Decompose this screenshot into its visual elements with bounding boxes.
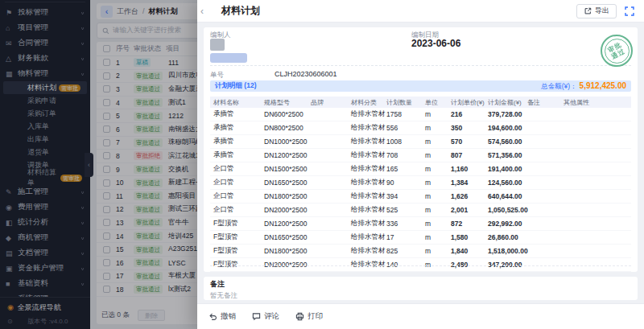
table-cell: DN1650*2500 (264, 233, 311, 241)
table-cell: 给排水管材 (351, 123, 386, 133)
table-cell: DN600*2500 (264, 110, 311, 118)
table-cell: 给排水管材 (351, 205, 386, 215)
table-cell: 给排水管材 (351, 109, 386, 119)
total-amount-label: 总金额(¥)： (541, 82, 576, 92)
table-cell: 给排水管材 (351, 246, 386, 256)
drawer-footer: 撤销 评论 打印 (197, 303, 644, 329)
table-cell: 企口管 (210, 205, 264, 215)
table-cell: m (425, 138, 451, 146)
undo-icon (208, 312, 217, 321)
material-table: 材料名称规格型号品牌材料分类计划数量单位计划单价(¥)计划金额(¥)备注其他属性… (210, 97, 631, 272)
dashed-divider-bottom (210, 265, 631, 266)
table-column-header: 规格型号 (264, 98, 311, 107)
table-cell: 825 (386, 247, 425, 255)
table-column-header: 备注 (527, 98, 564, 107)
comment-button[interactable]: 评论 (252, 311, 279, 322)
table-cell: 企口管 (210, 191, 264, 201)
table-column-header: 材料分类 (351, 98, 386, 107)
table-cell: 1,626 (451, 192, 488, 200)
plan-detail-card: 编制人 编制日期 2023-06-06 单号 CLJH20230606001 计… (204, 27, 638, 272)
table-cell: F型顶管 (210, 246, 264, 256)
table-cell: F型顶管 (210, 232, 264, 242)
table-cell: m (425, 124, 451, 132)
table-cell: 336 (386, 220, 425, 228)
table-cell: 给排水管材 (351, 137, 386, 146)
table-row: 承插管DN800*2500给排水管材556m350194,600.00 (210, 121, 631, 135)
table-cell: 140 (386, 261, 425, 269)
table-cell: 556 (386, 124, 425, 132)
fullscreen-icon[interactable] (625, 6, 634, 16)
drawer-header: ‹ 材料计划 导出 (197, 0, 644, 23)
table-cell: 216 (451, 110, 488, 118)
table-cell: 企口管 (210, 164, 264, 174)
remark-empty-text: 暂无备注 (210, 291, 631, 301)
table-cell: 1,840 (451, 247, 488, 255)
drawer-title: 材料计划 (221, 4, 260, 18)
table-cell: 承插管 (210, 137, 264, 146)
remark-label: 备注 (210, 279, 631, 290)
table-row: 企口管DN1800*2500给排水管材394m1,626640,644.00 (210, 190, 631, 204)
table-cell: m (425, 261, 451, 269)
table-cell: 640,644.00 (488, 192, 527, 200)
comment-icon (252, 312, 261, 321)
table-column-header: 计划金额(¥) (488, 98, 527, 107)
print-button[interactable]: 打印 (295, 311, 323, 322)
drawer-collapse-icon[interactable]: ‹ (200, 6, 204, 17)
table-cell: 26,860.00 (488, 233, 527, 241)
total-amount-value: 5,912,425.00 (580, 81, 626, 90)
table-cell: 1,580 (451, 233, 488, 241)
export-button[interactable]: 导出 (576, 4, 617, 19)
table-row: 企口管DN1650*2500给排水管材90m1,384124,560.00 (210, 176, 631, 190)
undo-button[interactable]: 撤销 (208, 311, 236, 322)
table-row: 企口管DN1500*2500给排水管材165m1,160191,400.00 (210, 162, 631, 176)
table-cell: DN2000*2500 (264, 206, 311, 214)
table-cell: m (425, 110, 451, 118)
print-icon (295, 312, 304, 321)
table-cell: DN1200*2500 (264, 220, 311, 228)
table-cell: F型顶管 (210, 260, 264, 269)
table-row: 承插管DN1200*2500给排水管材708m807571,356.00 (210, 149, 631, 162)
table-cell: 1,384 (451, 179, 488, 187)
table-cell: DN1650*2500 (264, 179, 311, 187)
table-cell: 90 (386, 179, 425, 187)
drawer-mask[interactable] (0, 0, 197, 329)
export-icon (584, 7, 592, 15)
table-cell: 124,560.00 (488, 179, 527, 187)
table-cell: 525 (386, 206, 425, 214)
table-cell: 570 (451, 138, 488, 146)
table-column-header: 品牌 (311, 98, 351, 107)
material-table-body: 承插管DN600*2500给排水管材1758m216379,728.00承插管D… (210, 108, 631, 272)
table-cell: 191,400.00 (488, 165, 527, 173)
table-cell: 165 (386, 165, 425, 173)
table-cell: m (425, 206, 451, 214)
table-row: F型顶管DN1800*2500给排水管材825m1,8401,518,000.0… (210, 245, 631, 258)
table-cell: 571,356.00 (488, 151, 527, 159)
table-row: F型顶管DN1650*2500给排水管材17m1,58026,860.00 (210, 231, 631, 245)
table-cell: 2,001 (451, 206, 488, 214)
doc-no-value: CLJH20230606001 (275, 70, 337, 78)
table-cell: 给排水管材 (351, 232, 386, 242)
table-cell: 1,050,525.00 (488, 206, 527, 214)
creator-name-censored (210, 53, 247, 63)
table-row: 承插管DN1000*2500给排水管材1008m570574,560.00 (210, 135, 631, 149)
table-cell: 1,518,000.00 (488, 247, 527, 255)
table-cell: 394 (386, 192, 425, 200)
table-row: F型顶管DN1200*2500给排水管材336m872292,992.00 (210, 217, 631, 231)
table-cell: 574,560.00 (488, 138, 527, 146)
table-cell: DN1500*2500 (264, 165, 311, 173)
table-cell: DN1200*2500 (264, 151, 311, 159)
table-cell: 872 (451, 220, 488, 228)
table-cell: m (425, 220, 451, 228)
table-cell: DN1800*2500 (264, 247, 311, 255)
table-cell: 292,992.00 (488, 220, 527, 228)
table-cell: DN2000*2500 (264, 261, 311, 269)
table-cell: F型顶管 (210, 219, 264, 228)
table-column-header: 材料名称 (210, 98, 264, 107)
table-cell: 承插管 (210, 109, 264, 119)
table-column-header: 计划单价(¥) (451, 98, 488, 107)
detail-section-title: 计划明细 (12) (215, 81, 256, 91)
table-cell: 347,200.00 (488, 261, 527, 269)
table-cell: 379,728.00 (488, 110, 527, 118)
table-cell: 给排水管材 (351, 164, 386, 174)
table-cell: 350 (451, 124, 488, 132)
